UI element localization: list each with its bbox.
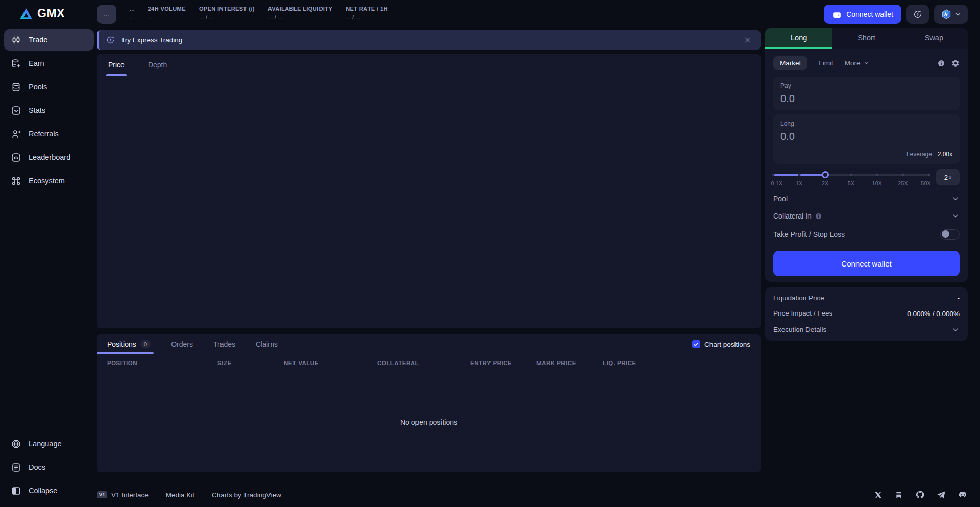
collateral-selector-row[interactable]: Collateral In	[773, 207, 960, 225]
positions-count-badge: 0	[140, 340, 151, 348]
database-icon	[10, 82, 21, 92]
network-selector-button[interactable]	[934, 5, 968, 24]
sidebar-item-ecosystem[interactable]: Ecosystem	[4, 170, 94, 191]
footer: V1 V1 Interface Media Kit Charts by Trad…	[97, 487, 968, 503]
v1-badge: V1	[97, 491, 107, 498]
sidebar-item-label: Referrals	[29, 130, 59, 138]
sidebar-item-stats[interactable]: Stats	[4, 100, 94, 121]
column-collateral: COLLATERAL	[377, 360, 470, 366]
sidebar-bottom-nav: Language Docs Collapse	[4, 433, 94, 503]
tab-market[interactable]: Market	[773, 56, 807, 70]
chart-area[interactable]	[97, 76, 761, 328]
column-net-value: NET VALUE	[284, 360, 377, 366]
checkbox-checked-icon[interactable]	[692, 340, 700, 348]
sidebar-item-trade[interactable]: Trade	[4, 29, 94, 51]
chart-panel: Price Depth	[97, 54, 761, 328]
sidebar-item-pools[interactable]: Pools	[4, 76, 94, 98]
sidebar-item-referrals[interactable]: Referrals	[4, 123, 94, 144]
tab-trades[interactable]: Trades	[213, 334, 235, 354]
tab-depth[interactable]: Depth	[148, 54, 167, 76]
slider-handle[interactable]	[822, 171, 829, 178]
stat-available-liquidity: AVAILABLE LIQUIDITY ... / ...	[268, 4, 332, 20]
pool-label: Pool	[773, 195, 788, 203]
connect-wallet-submit-button[interactable]: Connect wallet	[773, 251, 960, 276]
gear-icon[interactable]	[951, 59, 960, 67]
chart-positions-label: Chart positions	[704, 341, 750, 348]
pay-value[interactable]: 0.0	[780, 93, 952, 105]
execution-details-row[interactable]: Execution Details	[773, 322, 960, 337]
mark-25x[interactable]: 25X	[898, 180, 908, 186]
substack-icon[interactable]	[895, 491, 903, 499]
long-size-input-box[interactable]: Long 0.0 Leverage: 2.00x	[773, 114, 960, 164]
connect-wallet-button[interactable]: Connect wallet	[824, 5, 901, 24]
mark-5x[interactable]: 5X	[848, 180, 854, 186]
column-position: POSITION	[107, 360, 217, 366]
close-icon[interactable]	[742, 34, 753, 46]
tp-sl-row: Take Profit / Stop Loss	[773, 225, 960, 244]
tab-long[interactable]: Long	[765, 28, 832, 49]
sidebar-item-label: Pools	[29, 83, 47, 91]
bar-chart-icon	[10, 152, 21, 163]
long-size-value[interactable]: 0.0	[780, 131, 952, 142]
tab-swap[interactable]: Swap	[900, 28, 968, 49]
sidebar-item-collapse[interactable]: Collapse	[4, 480, 94, 501]
media-kit-link[interactable]: Media Kit	[166, 491, 194, 499]
tab-orders[interactable]: Orders	[171, 334, 193, 354]
column-liq-price: LIQ. PRICE	[603, 360, 750, 366]
sidebar-item-language[interactable]: Language	[4, 433, 94, 454]
mark-10x[interactable]: 10X	[872, 180, 883, 186]
market-symbol: ...	[130, 6, 135, 12]
tab-more[interactable]: More	[845, 59, 870, 67]
mark-0-1x[interactable]: 0.1X	[771, 180, 782, 186]
tradingview-link[interactable]: Charts by TradingView	[212, 491, 281, 499]
tab-positions[interactable]: Positions 0	[107, 334, 151, 354]
liquidation-price-row: Liquidation Price -	[773, 290, 960, 306]
github-icon[interactable]	[915, 490, 924, 499]
sidebar-item-label: Stats	[29, 106, 45, 114]
tp-sl-toggle[interactable]	[940, 229, 960, 240]
sidebar-item-earn[interactable]: Earn	[4, 53, 94, 74]
mark-50x[interactable]: 50X	[921, 180, 931, 186]
tab-short[interactable]: Short	[832, 28, 900, 49]
info-icon[interactable]	[937, 59, 945, 67]
chart-positions-checkbox[interactable]: Chart positions	[692, 340, 750, 348]
sidebar-item-label: Docs	[29, 463, 45, 471]
x-icon[interactable]	[874, 491, 883, 499]
trade-info-card: Liquidation Price - Price Impact / Fees …	[765, 287, 968, 341]
express-settings-button[interactable]	[906, 5, 929, 24]
collateral-label: Collateral In	[773, 212, 812, 220]
sidebar-item-label: Trade	[29, 36, 47, 44]
user-plus-icon	[10, 129, 21, 139]
chevron-down-icon	[951, 195, 960, 203]
tab-price[interactable]: Price	[108, 54, 125, 76]
market-selector-button[interactable]: ...	[97, 5, 116, 24]
leverage-value-input[interactable]: 2 x	[936, 169, 960, 185]
sidebar-item-docs[interactable]: Docs	[4, 456, 94, 478]
banner-message: Try Express Trading	[121, 36, 736, 44]
v1-interface-link[interactable]: V1 V1 Interface	[97, 491, 149, 499]
mark-2x[interactable]: 2X	[822, 180, 828, 186]
tab-claims[interactable]: Claims	[256, 334, 278, 354]
slider-track[interactable]	[773, 174, 929, 176]
pool-selector-row[interactable]: Pool	[773, 190, 960, 207]
sidebar-item-label: Language	[29, 440, 62, 448]
sidebar-item-label: Ecosystem	[29, 177, 65, 185]
globe-icon	[10, 439, 21, 449]
pay-input-box[interactable]: Pay 0.0	[773, 77, 960, 110]
stat-open-interest: OPEN INTEREST (/) ... / ...	[199, 4, 255, 20]
discord-icon[interactable]	[958, 490, 968, 500]
leverage-readout: Leverage: 2.00x	[780, 151, 952, 158]
sidebar-item-label: Leaderboard	[29, 153, 70, 161]
market-price: -	[130, 14, 135, 21]
express-trading-banner[interactable]: Try Express Trading	[97, 30, 761, 50]
leverage-slider[interactable]: 0.1X 1X 2X 5X 10X 25X 50X	[773, 171, 929, 188]
price-impact-fees-row: Price Impact / Fees 0.000% / 0.000%	[773, 306, 960, 322]
telegram-icon[interactable]	[937, 490, 946, 499]
tab-limit[interactable]: Limit	[819, 59, 834, 67]
gmx-logo[interactable]: GMX	[19, 7, 65, 20]
sidebar-item-leaderboard[interactable]: Leaderboard	[4, 147, 94, 168]
positions-tabs: Positions 0 Orders Trades Claims Chart p…	[97, 334, 761, 354]
market-symbol-price[interactable]: ... -	[130, 4, 135, 21]
mark-1x[interactable]: 1X	[796, 180, 802, 186]
info-icon[interactable]	[815, 212, 822, 220]
